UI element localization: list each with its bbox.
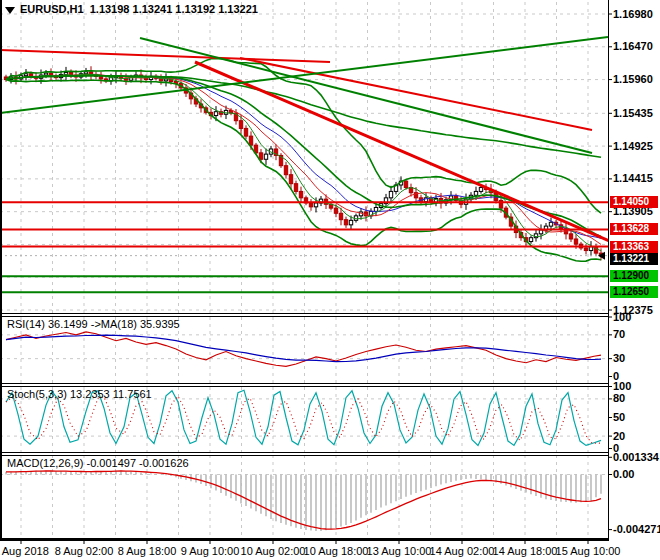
- rsi-scale-label: 70: [613, 328, 625, 340]
- ohlc-open: 1.13198: [90, 3, 130, 15]
- time-tick-label: 10 Aug 18:00: [300, 545, 372, 557]
- chart-canvas[interactable]: [0, 0, 660, 560]
- time-tick-label: 10 Aug 02:00: [237, 545, 309, 557]
- price-tick-label: 1.15960: [613, 73, 653, 85]
- price-tick-label: 1.14925: [613, 140, 653, 152]
- stoch-scale-label: 100: [613, 380, 631, 392]
- time-tick-label: 14 Aug 18:00: [489, 545, 561, 557]
- stoch-scale-label: 80: [613, 392, 625, 404]
- time-tick-label: 8 Aug 02:00: [48, 545, 120, 557]
- rsi-indicator-label: RSI(14) 36.1499 ->MA(18) 35.9395: [7, 318, 180, 330]
- time-tick-label: 14 Aug 02:00: [426, 545, 498, 557]
- stoch-indicator-label: Stoch(5,3,3) 13.2353 11.7561: [7, 388, 152, 400]
- trading-chart-window: EURUSD,H1 1.13198 1.13241 1.13192 1.1322…: [0, 0, 660, 560]
- red-level-price-tag: 1.14050: [610, 196, 658, 208]
- green-level-price-tag: 1.12650: [610, 286, 658, 298]
- macd-indicator-label: MACD(12,26,9) -0.001497 -0.001626: [7, 457, 189, 469]
- time-tick-label: 13 Aug 10:00: [363, 545, 435, 557]
- macd-scale-label: 0.001334: [613, 451, 659, 463]
- chart-header: EURUSD,H1 1.13198 1.13241 1.13192 1.1322…: [5, 3, 258, 15]
- time-tick-label: 9 Aug 10:00: [174, 545, 246, 557]
- rsi-scale-label: 100: [613, 311, 631, 323]
- ohlc-high: 1.13241: [133, 3, 173, 15]
- symbol-period-label: EURUSD,H1: [20, 3, 84, 15]
- price-tick-label: 1.14415: [613, 172, 653, 184]
- rsi-scale-label: 30: [613, 352, 625, 364]
- price-tick-label: 1.16980: [613, 8, 653, 20]
- current-price-tag: 1.13221: [610, 253, 658, 265]
- red-level-price-tag: 1.13363: [610, 241, 658, 253]
- price-tick-label: 1.15435: [613, 107, 653, 119]
- stoch-scale-label: 50: [613, 411, 625, 423]
- time-tick-label: 8 Aug 18:00: [111, 545, 183, 557]
- ohlc-close: 1.13221: [218, 3, 258, 15]
- time-tick-label: 15 Aug 10:00: [552, 545, 624, 557]
- symbol-marker-icon: [5, 7, 15, 14]
- macd-scale-label: 0.00: [613, 468, 634, 480]
- macd-scale-label: -0.004271: [613, 523, 660, 535]
- green-level-price-tag: 1.12900: [610, 270, 658, 282]
- stoch-scale-label: 20: [613, 430, 625, 442]
- ohlc-low: 1.13192: [175, 3, 215, 15]
- price-tick-label: 1.16470: [613, 40, 653, 52]
- red-level-price-tag: 1.13628: [610, 223, 658, 235]
